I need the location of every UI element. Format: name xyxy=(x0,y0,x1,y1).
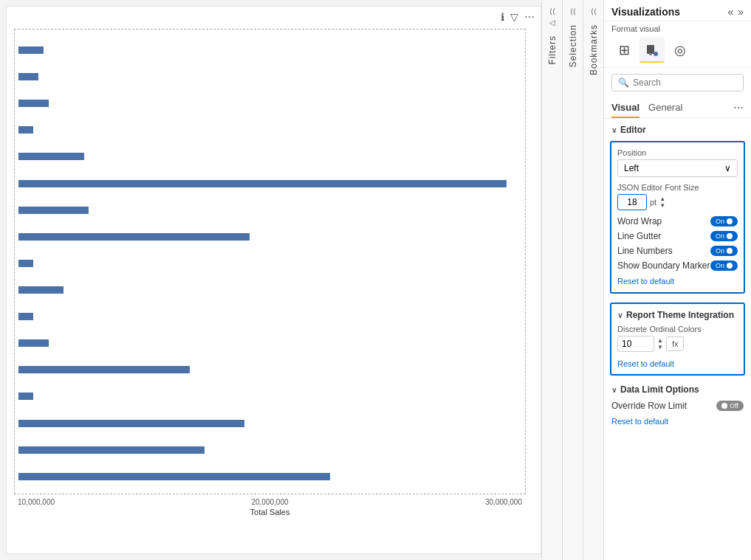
override-toggle-label: Off xyxy=(730,402,738,409)
line-gutter-toggle-circle xyxy=(727,233,733,239)
word-wrap-row: Word Wrap On xyxy=(617,216,738,227)
search-icon: 🔍 xyxy=(618,77,629,88)
fx-button[interactable]: fx xyxy=(666,336,685,351)
spinner-down-icon[interactable]: ▼ xyxy=(659,203,665,209)
tab-visual[interactable]: Visual xyxy=(611,97,639,118)
bookmarks-label: Bookmarks xyxy=(589,24,599,75)
paint-bucket-icon xyxy=(645,43,659,58)
tab-general[interactable]: General xyxy=(648,97,682,118)
bar-chart xyxy=(14,29,526,494)
tab-row: Visual General ⋯ xyxy=(604,97,751,119)
viz-header: Visualizations « » xyxy=(604,0,751,21)
rpt-section-title: Report Theme Integration xyxy=(626,310,734,320)
position-dropdown[interactable]: Left ∨ xyxy=(617,159,738,177)
viz-icons-row: ⊞ ◎ xyxy=(604,35,751,68)
bar-row xyxy=(18,311,521,322)
discrete-row: ▲ ▼ fx xyxy=(617,336,738,352)
override-toggle-circle xyxy=(721,403,727,409)
bar-row xyxy=(18,179,521,189)
grid-view-button[interactable]: ⊞ xyxy=(611,38,637,63)
viz-panel: Visualizations « » Format visual ⊞ ◎ 🔍 xyxy=(603,0,751,560)
x-tick-3: 30,000,000 xyxy=(485,498,522,506)
x-axis-label: Total Sales xyxy=(14,508,526,516)
bar-row xyxy=(18,338,521,348)
expand-right-icon[interactable]: » xyxy=(738,6,744,18)
position-value: Left xyxy=(624,163,639,173)
font-size-label: JSON Editor Font Size xyxy=(617,183,738,192)
word-wrap-toggle-label: On xyxy=(716,218,724,225)
filters-chevron-icon: ⟨⟨ xyxy=(549,7,555,15)
bookmarks-chevron-icon: ⟨⟨ xyxy=(591,7,597,15)
panel-bookmarks[interactable]: ⟨⟨ Bookmarks xyxy=(583,0,603,560)
discrete-down-icon[interactable]: ▼ xyxy=(657,345,663,350)
format-visual-label: Format visual xyxy=(604,21,751,35)
discrete-up-icon[interactable]: ▲ xyxy=(657,338,663,344)
data-limit-section-header[interactable]: ∨ Data Limit Options xyxy=(604,378,751,398)
info-icon[interactable]: ℹ xyxy=(501,11,504,23)
override-label: Override Row Limit xyxy=(611,401,687,411)
discrete-input[interactable] xyxy=(617,336,654,352)
search-input[interactable] xyxy=(633,77,737,88)
x-axis: 10,000,000 20,000,000 30,000,000 xyxy=(14,494,526,506)
editor-reset-link[interactable]: Reset to default xyxy=(617,274,674,286)
override-toggle[interactable]: Off xyxy=(716,401,744,411)
bar-row xyxy=(18,258,521,269)
panel-filters[interactable]: ⟨⟨ ◁ Filters xyxy=(541,0,562,560)
rpt-section: ∨ Report Theme Integration Discrete Ordi… xyxy=(610,303,745,376)
more-icon[interactable]: ⋯ xyxy=(524,11,535,23)
bar-row xyxy=(18,445,521,455)
rpt-section-header[interactable]: ∨ Report Theme Integration xyxy=(617,310,738,320)
format-button[interactable] xyxy=(639,38,665,63)
font-size-row: pt ▲ ▼ xyxy=(617,194,738,210)
bar-row xyxy=(18,391,521,401)
x-tick-1: 10,000,000 xyxy=(18,498,55,506)
tab-more-icon[interactable]: ⋯ xyxy=(733,102,744,114)
position-label: Position xyxy=(617,148,738,157)
collapse-left-icon[interactable]: « xyxy=(727,6,733,18)
data-limit-reset-link[interactable]: Reset to default xyxy=(611,414,668,426)
font-size-unit: pt xyxy=(650,198,656,207)
line-gutter-toggle[interactable]: On xyxy=(710,231,738,241)
bar-row xyxy=(18,72,521,82)
bar-row xyxy=(18,285,521,295)
bar-row xyxy=(18,98,521,108)
word-wrap-toggle[interactable]: On xyxy=(710,216,738,227)
side-panels: ⟨⟨ ◁ Filters ⟨⟨ Selection ⟨⟨ Bookmarks xyxy=(541,0,603,560)
editor-section-header[interactable]: ∨ Editor xyxy=(604,119,751,138)
show-boundary-toggle-label: On xyxy=(716,262,724,269)
line-gutter-toggle-label: On xyxy=(716,232,724,240)
spinner-up-icon[interactable]: ▲ xyxy=(659,196,665,202)
bar-row xyxy=(18,364,521,375)
analytics-button[interactable]: ◎ xyxy=(668,38,693,63)
data-limit-section-title: Data Limit Options xyxy=(620,384,699,395)
line-numbers-toggle-label: On xyxy=(716,247,724,255)
viz-header-icons: « » xyxy=(727,6,744,18)
rpt-reset-link[interactable]: Reset to default xyxy=(617,356,738,368)
line-numbers-label: Line Numbers xyxy=(617,246,673,256)
data-limit-section: Override Row Limit Off Reset to default xyxy=(611,401,744,426)
bar-row xyxy=(18,45,521,55)
x-tick-2: 20,000,000 xyxy=(251,498,288,506)
discrete-spinner[interactable]: ▲ ▼ xyxy=(657,338,663,350)
svg-rect-0 xyxy=(647,45,654,54)
show-boundary-row: Show Boundary Marker On xyxy=(617,260,738,271)
svg-point-2 xyxy=(654,52,658,56)
rpt-chevron-icon: ∨ xyxy=(617,311,623,319)
panel-selection[interactable]: ⟨⟨ Selection xyxy=(562,0,583,560)
filters-label: Filters xyxy=(547,35,558,65)
svg-rect-1 xyxy=(649,53,652,55)
chart-top-icons: ℹ ▽ ⋯ xyxy=(501,11,535,23)
override-row: Override Row Limit Off xyxy=(611,401,744,411)
font-size-input[interactable] xyxy=(617,194,647,210)
bar-row xyxy=(18,125,521,135)
show-boundary-label: Show Boundary Marker xyxy=(617,260,710,271)
show-boundary-toggle[interactable]: On xyxy=(710,260,738,271)
line-numbers-toggle[interactable]: On xyxy=(710,246,738,256)
filter-icon[interactable]: ▽ xyxy=(510,11,518,23)
show-boundary-toggle-circle xyxy=(727,263,733,269)
editor-chevron-icon: ∨ xyxy=(611,126,617,134)
selection-chevron-icon: ⟨⟨ xyxy=(570,7,576,15)
font-size-spinner[interactable]: ▲ ▼ xyxy=(659,196,665,209)
search-box[interactable]: 🔍 xyxy=(611,74,744,91)
bar-row xyxy=(18,232,521,242)
